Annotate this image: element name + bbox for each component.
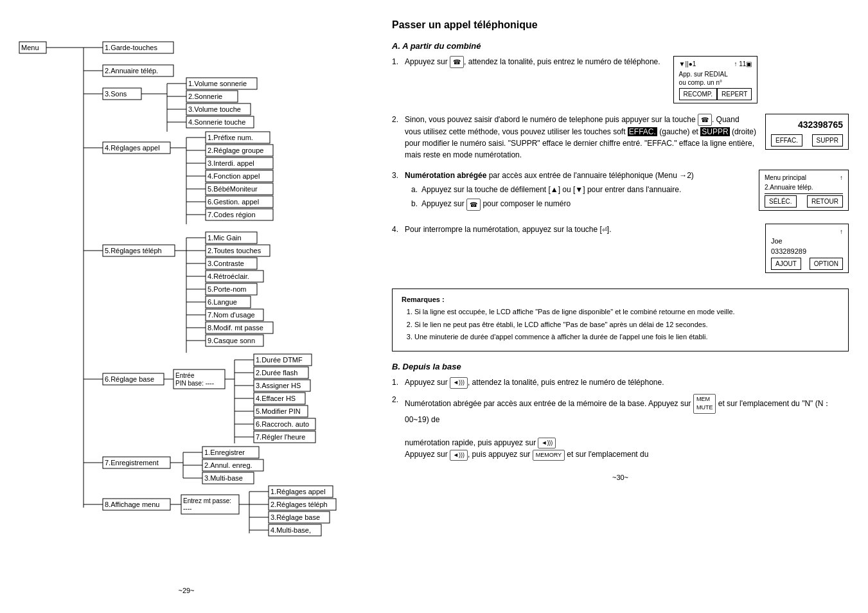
svg-text:2.Réglage groupe: 2.Réglage groupe	[208, 147, 263, 154]
svg-text:3.Réglage base: 3.Réglage base	[270, 513, 320, 521]
list-item: Une minuterie de durée d'appel commence …	[414, 332, 839, 342]
suppr-highlight: SUPPR	[700, 127, 729, 136]
remarks-list: Si la ligne est occupée, le LCD affiche …	[414, 307, 839, 342]
phone-display-3: Menu principal ↑ 2.Annuaire télép. SÉLÉC…	[759, 170, 849, 211]
svg-text:4.Réglages appel: 4.Réglages appel	[105, 144, 160, 152]
svg-text:2.Annuaire télép.: 2.Annuaire télép.	[105, 67, 158, 75]
svg-text:8.Affichage menu: 8.Affichage menu	[105, 501, 159, 508]
svg-text:3.Volume touche: 3.Volume touche	[188, 105, 241, 113]
svg-text:4.Effacer HS: 4.Effacer HS	[256, 395, 296, 402]
list-item: 4. Pour interrompre la numérotation, app…	[392, 224, 849, 278]
right-panel: Passer un appel téléphonique A. A partir…	[373, 0, 868, 613]
section-b-title: B. Depuis la base	[392, 362, 849, 371]
menu-tree-svg: Menu 1.Garde-touches 2.Annuaire télép. 3…	[13, 19, 347, 572]
list-item: 2. Numérotation abrégée par accès aux en…	[392, 394, 849, 461]
ajout-btn: AJOUT	[771, 258, 801, 270]
repert-btn: REPERT	[717, 88, 752, 100]
svg-text:7.Régler l'heure: 7.Régler l'heure	[256, 433, 305, 441]
memory-icon: MEMORY	[533, 450, 565, 461]
svg-text:1.Volume sonnerie: 1.Volume sonnerie	[188, 80, 247, 87]
svg-text:4.Sonnerie touche: 4.Sonnerie touche	[188, 118, 245, 126]
svg-text:2.Sonnerie: 2.Sonnerie	[188, 93, 222, 100]
svg-text:2.Annul. enreg.: 2.Annul. enreg.	[204, 461, 252, 469]
list-item: Si la ligne est occupée, le LCD affiche …	[414, 307, 839, 317]
right-page-number: ~30~	[392, 474, 849, 481]
svg-text:6.Langue: 6.Langue	[208, 298, 237, 306]
list-item: 2. Sinon, vous pouvez saisir d'abord le …	[392, 114, 849, 161]
svg-text:9.Casque sonn: 9.Casque sonn	[208, 337, 255, 344]
svg-text:4.Rétroéclair.: 4.Rétroéclair.	[208, 272, 249, 280]
remarks-title: Remarques :	[402, 296, 839, 303]
list-item: Si le lien ne peut pas être établi, le L…	[414, 320, 839, 330]
effac-highlight: EFFAC.	[628, 127, 657, 136]
svg-text:2.Réglages téléph: 2.Réglages téléph	[270, 501, 328, 508]
svg-text:5.Réglages téléph: 5.Réglages téléph	[105, 247, 162, 254]
svg-text:3.Multi-base: 3.Multi-base	[204, 474, 243, 482]
svg-text:3.Assigner HS: 3.Assigner HS	[256, 382, 301, 389]
phone-display-4: ↑ Joe033289289 AJOUT OPTION	[765, 224, 849, 273]
mem-mute-icon: MEMMUTE	[693, 394, 716, 414]
svg-text:6.Gestion. appel: 6.Gestion. appel	[208, 198, 259, 206]
phone-display-1: ▼||●1 ↑ 11▣ App. sur REDIALou comp. un n…	[673, 56, 758, 103]
effac-btn: EFFAC.	[771, 134, 802, 147]
svg-text:4.Multi-base,: 4.Multi-base,	[270, 526, 311, 534]
phone-number: 432398765	[771, 117, 843, 133]
svg-text:6.Réglage base: 6.Réglage base	[105, 375, 154, 383]
list-item: 1. Appuyez sur ◄))), attendez la tonalit…	[392, 377, 849, 389]
svg-text:7.Enregistrement: 7.Enregistrement	[105, 459, 159, 466]
svg-text:6.Raccroch. auto: 6.Raccroch. auto	[256, 420, 309, 428]
phone-icon-2: ☎	[698, 114, 712, 126]
left-panel: Menu 1.Garde-touches 2.Annuaire télép. 3…	[0, 0, 373, 613]
phone-display-2: 432398765 EFFAC. SUPPR	[765, 114, 849, 150]
svg-text:Entrez mt passe:: Entrez mt passe:	[183, 497, 231, 504]
remarks-box: Remarques : Si la ligne est occupée, le …	[392, 289, 849, 351]
svg-text:8.Modif. mt passe: 8.Modif. mt passe	[208, 324, 263, 332]
option-btn: OPTION	[810, 258, 843, 270]
svg-text:1.Réglages appel: 1.Réglages appel	[270, 488, 326, 495]
svg-text:1.Mic Gain: 1.Mic Gain	[208, 234, 242, 242]
svg-text:1.Enregistrer: 1.Enregistrer	[204, 449, 245, 456]
spk-icon: ◄)))	[450, 377, 468, 389]
menu-root-label: Menu	[21, 44, 39, 51]
svg-text:4.Fonction appel: 4.Fonction appel	[208, 172, 260, 180]
svg-text:----: ----	[183, 505, 191, 512]
svg-text:1.Préfixe num.: 1.Préfixe num.	[208, 134, 253, 141]
svg-text:1.Durée DTMF: 1.Durée DTMF	[256, 356, 303, 364]
recomp-btn: RECOMP.	[679, 88, 717, 100]
svg-text:1.Garde-touches: 1.Garde-touches	[105, 44, 157, 51]
svg-text:3.Sons: 3.Sons	[105, 90, 127, 98]
svg-text:2.Toutes touches: 2.Toutes touches	[208, 247, 261, 254]
svg-text:Entrée: Entrée	[175, 372, 195, 379]
spk-icon-3: ◄)))	[450, 450, 468, 461]
section-a-title: A. A partir du combiné	[392, 41, 849, 51]
phone-icon-3: ☎	[466, 199, 481, 211]
suppr-btn: SUPPR	[812, 134, 843, 147]
svg-text:2.Durée flash: 2.Durée flash	[256, 369, 297, 377]
svg-text:3.Interdi. appel: 3.Interdi. appel	[208, 159, 254, 167]
svg-text:5.BébéMoniteur: 5.BébéMoniteur	[208, 185, 258, 193]
list-item: 3. Numérotation abrégée par accès aux en…	[392, 170, 849, 216]
page-title: Passer un appel téléphonique	[392, 19, 849, 31]
left-page-number: ~29~	[13, 587, 360, 594]
svg-text:7.Codes région: 7.Codes région	[208, 211, 256, 218]
spk-icon-2: ◄)))	[538, 438, 556, 449]
list-item: 1. Appuyez sur ☎, attendez la tonalité, …	[392, 56, 849, 109]
svg-text:5.Porte-nom: 5.Porte-nom	[208, 285, 247, 293]
svg-text:PIN base: ----: PIN base: ----	[175, 380, 214, 387]
svg-text:5.Modifier PIN: 5.Modifier PIN	[256, 407, 301, 415]
phone-icon: ☎	[450, 56, 464, 68]
retour-btn: RETOUR	[807, 195, 843, 208]
svg-text:7.Nom d'usage: 7.Nom d'usage	[208, 311, 255, 319]
svg-text:3.Contraste: 3.Contraste	[208, 260, 244, 267]
selec-btn: SÉLÉC.	[765, 195, 797, 208]
